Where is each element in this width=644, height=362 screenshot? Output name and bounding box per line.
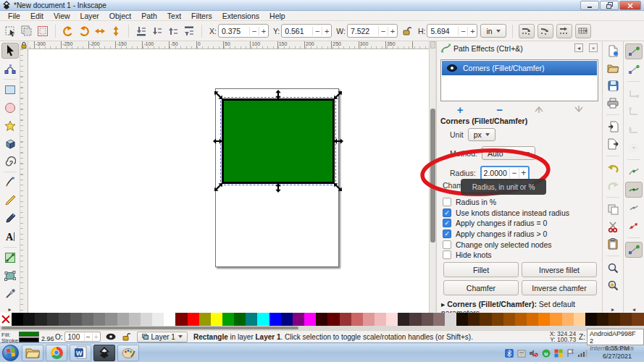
inverse-fillet-button[interactable]: Inverse fillet xyxy=(522,262,597,277)
palette-swatch[interactable] xyxy=(351,313,363,326)
palette-swatch[interactable] xyxy=(175,313,187,326)
palette-swatch[interactable] xyxy=(620,313,632,326)
import-icon[interactable] xyxy=(605,119,621,134)
commands-bar-expander-icon[interactable]: ▸ xyxy=(611,306,614,313)
palette-swatch[interactable] xyxy=(574,313,585,326)
duplicate-icon[interactable] xyxy=(605,202,621,216)
checkbox-checked-icon[interactable]: ✓ xyxy=(443,209,451,217)
palette-swatch[interactable] xyxy=(433,313,445,326)
palette-swatch[interactable] xyxy=(538,313,550,326)
scrollbar-corner-button[interactable] xyxy=(430,41,435,49)
palette-swatch[interactable] xyxy=(234,313,246,326)
title-bar[interactable]: *New document 1 - Inkscape xyxy=(0,0,644,11)
snap-path-intersections-toggle[interactable] xyxy=(625,200,643,216)
palette-swatch[interactable] xyxy=(597,313,609,326)
radius-plus-button[interactable]: + xyxy=(519,168,528,178)
mesh-tool[interactable] xyxy=(1,268,19,284)
palette-swatch[interactable] xyxy=(117,313,129,326)
palette-swatch[interactable] xyxy=(222,313,234,326)
scale-handle-n[interactable] xyxy=(274,90,283,99)
menu-item-object[interactable]: Object xyxy=(104,12,136,20)
snap-enable-toggle[interactable] xyxy=(625,43,643,59)
palette-swatch-none[interactable] xyxy=(0,313,12,326)
layer-visibility-eye-icon[interactable] xyxy=(105,332,117,342)
scale-handle-s[interactable] xyxy=(274,183,283,193)
close-button[interactable] xyxy=(619,1,641,10)
horizontal-ruler[interactable]: -300-250-200-150-100-5005010015020025030… xyxy=(28,41,429,49)
canvas-vertical-scrollbar[interactable] xyxy=(429,41,435,313)
start-button[interactable] xyxy=(2,345,19,361)
palette-swatch[interactable] xyxy=(211,313,222,326)
tray-bluetooth-icon[interactable] xyxy=(504,348,514,358)
pe-checkbox-row[interactable]: ✓Apply changes if radius = 0 xyxy=(443,218,598,229)
scale-corners-toggle[interactable] xyxy=(538,24,553,38)
layer-lock-icon[interactable] xyxy=(121,332,133,342)
h-minus-button[interactable]: − xyxy=(458,27,467,35)
taskbar-inkscape-button[interactable] xyxy=(93,345,115,361)
pe-checkbox-row[interactable]: Change only selected nodes xyxy=(443,239,598,250)
taskbar-chrome-button[interactable] xyxy=(46,345,67,361)
export-icon[interactable] xyxy=(605,137,621,151)
menu-item-help[interactable]: Help xyxy=(264,12,290,20)
opacity-plus-button[interactable]: + xyxy=(92,333,100,341)
palette-swatch[interactable] xyxy=(12,313,23,326)
menu-item-view[interactable]: View xyxy=(49,12,75,20)
palette-swatch[interactable] xyxy=(375,313,386,326)
palette-swatch[interactable] xyxy=(141,313,152,326)
palette-swatch[interactable] xyxy=(340,313,351,326)
palette-swatch[interactable] xyxy=(257,313,269,326)
scale-handle-w[interactable] xyxy=(213,137,222,146)
palette-swatch[interactable] xyxy=(269,313,281,326)
zoom-drawing-icon[interactable] xyxy=(605,278,621,292)
move-effect-up-button[interactable] xyxy=(519,103,559,116)
ellipse-tool[interactable] xyxy=(1,100,19,116)
effect-list-item-selected[interactable]: Corners (Fillet/Chamfer) xyxy=(442,61,597,75)
deselect-icon[interactable] xyxy=(36,25,49,38)
tray-network-signal-icon[interactable] xyxy=(578,348,587,358)
unit-dropdown[interactable]: in xyxy=(480,24,506,38)
minimize-button[interactable] xyxy=(580,1,599,10)
flip-vertical-icon[interactable] xyxy=(109,25,122,38)
palette-scrollbar-thumb[interactable] xyxy=(1,327,298,329)
scale-stroke-toggle[interactable] xyxy=(519,24,535,38)
palette-swatch[interactable] xyxy=(246,313,257,326)
tray-volume-muted-icon[interactable] xyxy=(529,348,538,358)
vertical-ruler[interactable] xyxy=(20,49,28,313)
selector-tool[interactable] xyxy=(1,43,19,59)
new-document-icon[interactable] xyxy=(605,43,621,58)
palette-swatch[interactable] xyxy=(164,313,175,326)
w-field[interactable]: 7.522−+ xyxy=(347,24,398,38)
pe-method-dropdown[interactable]: Auto xyxy=(482,146,535,160)
palette-swatch[interactable] xyxy=(105,313,117,326)
palette-swatch[interactable] xyxy=(503,313,515,326)
toolbox-expander-icon[interactable]: ▸ xyxy=(8,306,11,313)
menu-item-filters[interactable]: Filters xyxy=(186,12,217,20)
scale-handle-e[interactable] xyxy=(334,137,343,146)
redo-icon[interactable] xyxy=(605,178,621,193)
palette-swatch[interactable] xyxy=(304,313,316,326)
palette-swatch[interactable] xyxy=(129,313,141,326)
text-tool[interactable]: A xyxy=(1,229,19,245)
menu-item-file[interactable]: File xyxy=(3,12,25,20)
move-effect-down-button[interactable] xyxy=(559,103,599,116)
snap-nodes-toggle[interactable] xyxy=(625,164,643,180)
pe-checkbox-row[interactable]: ✓Use knots distance instead radius xyxy=(443,208,598,219)
palette-swatch[interactable] xyxy=(93,313,105,326)
raise-icon[interactable] xyxy=(167,25,180,38)
menu-item-path[interactable]: Path xyxy=(136,12,162,20)
scale-handle-ne[interactable] xyxy=(333,90,343,100)
palette-swatch[interactable] xyxy=(456,313,468,326)
palette-swatch[interactable] xyxy=(445,313,456,326)
document-page[interactable] xyxy=(215,88,339,267)
opacity-field[interactable]: 100−+ xyxy=(64,332,101,342)
stroke-color-swatch[interactable] xyxy=(19,337,39,342)
cut-icon[interactable] xyxy=(605,219,621,234)
scale-gradient-toggle[interactable] xyxy=(556,24,572,38)
zoom-tool-icon[interactable] xyxy=(605,261,621,275)
checkbox-icon[interactable] xyxy=(443,251,451,259)
tray-security-icon[interactable] xyxy=(553,348,563,358)
palette-swatch[interactable] xyxy=(281,313,293,326)
palette-swatch[interactable] xyxy=(562,313,574,326)
menu-item-edit[interactable]: Edit xyxy=(25,12,49,20)
palette-swatch[interactable] xyxy=(468,313,480,326)
